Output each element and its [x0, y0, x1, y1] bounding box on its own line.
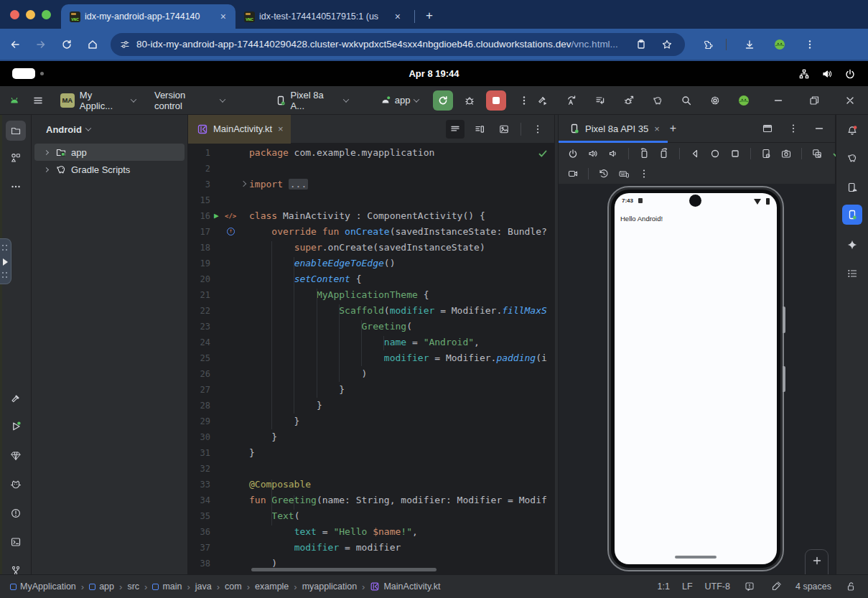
- forward-icon[interactable]: [30, 34, 52, 55]
- gutter[interactable]: [213, 350, 247, 366]
- snapshots-icon[interactable]: [808, 145, 826, 162]
- extensions-icon[interactable]: [696, 34, 718, 55]
- code-line[interactable]: 17↑ override fun onCreate(savedInstanceS…: [188, 224, 554, 240]
- screenshot-camera-icon[interactable]: [778, 145, 795, 162]
- gutter[interactable]: [213, 319, 247, 335]
- tool-stripe-terminal-icon[interactable]: [6, 532, 26, 552]
- breadcrumb-item[interactable]: MainActivity.kt: [370, 581, 440, 592]
- gradle-sync-icon[interactable]: [648, 91, 667, 110]
- tab-close-icon[interactable]: ×: [393, 11, 403, 22]
- gutter[interactable]: [213, 192, 247, 208]
- encoding-widget[interactable]: UTF-8: [705, 581, 730, 592]
- close-tab-icon[interactable]: ×: [278, 123, 284, 134]
- gutter[interactable]: [213, 445, 247, 461]
- gutter[interactable]: [213, 508, 247, 524]
- breadcrumb-item[interactable]: src: [127, 581, 139, 592]
- code-line[interactable]: 20 setContent {: [188, 271, 554, 287]
- browser-tab[interactable]: VNC idx-my-android-app-1744140 ×: [61, 4, 235, 29]
- close-tab-icon[interactable]: ×: [654, 123, 660, 134]
- override-marker-icon[interactable]: ↑: [227, 228, 235, 235]
- code-line[interactable]: 35 Text(: [188, 508, 554, 524]
- gutter[interactable]: [213, 145, 247, 161]
- download-icon[interactable]: [739, 34, 760, 55]
- project-tree-item-app[interactable]: app: [34, 144, 185, 161]
- tool-stripe-more-horizontal-icon[interactable]: [6, 177, 26, 197]
- code-line[interactable]: 24 name = "Android",: [188, 335, 554, 350]
- address-bar[interactable]: 80-idx-my-android-app-1744140290428.clus…: [111, 33, 685, 56]
- profile-avatar-icon[interactable]: [769, 34, 790, 55]
- code-line[interactable]: 18 super.onCreate(savedInstanceState): [188, 240, 554, 256]
- volume-down-icon[interactable]: [605, 145, 622, 162]
- rerun-button[interactable]: [433, 90, 453, 111]
- vcs-widget[interactable]: Version control: [154, 90, 225, 111]
- breadcrumb-item[interactable]: main: [152, 581, 182, 592]
- project-view-selector[interactable]: Android: [32, 115, 187, 144]
- gutter[interactable]: [213, 461, 247, 477]
- lock-open-icon[interactable]: [844, 579, 858, 594]
- device-selector[interactable]: Pixel 8a A...: [275, 90, 348, 111]
- snapshot-reset-icon[interactable]: [595, 165, 612, 182]
- tool-stripe-logcat-cat-icon[interactable]: [6, 475, 26, 495]
- gutter[interactable]: [213, 398, 247, 414]
- browser-tab[interactable]: VNC idx-test-1744140517915:1 (us ×: [235, 4, 410, 29]
- project-tree-item-gradle-scripts[interactable]: Gradle Scripts: [34, 161, 185, 178]
- window-layout-icon[interactable]: [758, 119, 777, 138]
- breadcrumb-item[interactable]: com: [225, 581, 242, 592]
- compose-code-icon[interactable]: </>: [225, 208, 236, 224]
- code-area[interactable]: 1package com.example.myapplication23impo…: [188, 144, 554, 574]
- gutter[interactable]: [213, 256, 247, 271]
- breadcrumb-item[interactable]: myapplication: [302, 581, 357, 592]
- minimize-icon[interactable]: [769, 91, 788, 110]
- code-line[interactable]: 3import ...: [188, 177, 554, 192]
- close-window-button[interactable]: [10, 10, 19, 19]
- code-line[interactable]: 34fun Greeting(name: String, modifier: M…: [188, 492, 554, 508]
- code-line[interactable]: 16▶</>class MainActivity : ComponentActi…: [188, 208, 554, 224]
- code-line[interactable]: 30 }: [188, 429, 554, 445]
- gutter[interactable]: [213, 335, 247, 350]
- code-line[interactable]: 26 ): [188, 366, 554, 382]
- tool-stripe-running-devices-icon[interactable]: [842, 205, 862, 225]
- breadcrumb-item[interactable]: MyApplication: [10, 581, 76, 592]
- gutter[interactable]: [213, 177, 247, 192]
- tool-stripe-app-quality-insights-icon[interactable]: [6, 446, 26, 466]
- volume-up-icon[interactable]: [584, 145, 602, 162]
- code-line[interactable]: 29 }: [188, 414, 554, 429]
- code-line[interactable]: 21 MyApplicationTheme {: [188, 287, 554, 303]
- gutter[interactable]: ↑: [213, 224, 247, 240]
- nav-overview-icon[interactable]: [727, 145, 744, 162]
- highlight-pin-icon[interactable]: [769, 579, 783, 594]
- breadcrumb-item[interactable]: app: [89, 581, 114, 592]
- gutter[interactable]: [213, 287, 247, 303]
- emulator-device-tab[interactable]: Pixel 8a API 35 ×: [559, 115, 670, 143]
- tool-stripe-structure-list-icon[interactable]: [842, 263, 862, 284]
- editor-menu-icon[interactable]: [528, 120, 547, 139]
- code-line[interactable]: 33@Composable: [188, 477, 554, 492]
- caret-position-widget[interactable]: 1:1: [658, 581, 670, 592]
- gutter[interactable]: [213, 429, 247, 445]
- tool-stripe-resource-manager-icon[interactable]: [6, 148, 26, 168]
- gutter[interactable]: [213, 382, 247, 398]
- stop-button[interactable]: [486, 90, 506, 111]
- code-line[interactable]: 15: [188, 192, 554, 208]
- nav-home-icon[interactable]: [706, 145, 724, 162]
- gutter[interactable]: [213, 271, 247, 287]
- nav-back-icon[interactable]: [686, 145, 704, 162]
- add-device-button[interactable]: +: [670, 122, 676, 135]
- e-power-icon[interactable]: [564, 145, 582, 162]
- screen-record-icon[interactable]: [564, 165, 582, 182]
- settings-gear-icon[interactable]: [706, 91, 724, 110]
- reload-icon[interactable]: [56, 34, 78, 55]
- phone-screen[interactable]: 7:43 Hello Android!: [615, 193, 777, 564]
- tool-stripe-run-play-icon[interactable]: [6, 416, 26, 436]
- code-line[interactable]: 27 }: [188, 382, 554, 398]
- gutter[interactable]: [213, 556, 247, 571]
- editor-horizontal-scrollbar[interactable]: [251, 568, 437, 571]
- back-icon[interactable]: [4, 34, 26, 55]
- virtual-input-icon[interactable]: [615, 165, 633, 182]
- project-widget[interactable]: MA My Applic...: [60, 90, 136, 111]
- line-ending-widget[interactable]: LF: [682, 581, 693, 592]
- tool-stripe-notifications-bell-icon[interactable]: [842, 121, 862, 141]
- tool-stripe-gradle-elephant-icon[interactable]: [842, 148, 862, 168]
- tool-stripe-problems-icon[interactable]: [6, 503, 26, 523]
- code-line[interactable]: 19 enableEdgeToEdge(): [188, 256, 554, 271]
